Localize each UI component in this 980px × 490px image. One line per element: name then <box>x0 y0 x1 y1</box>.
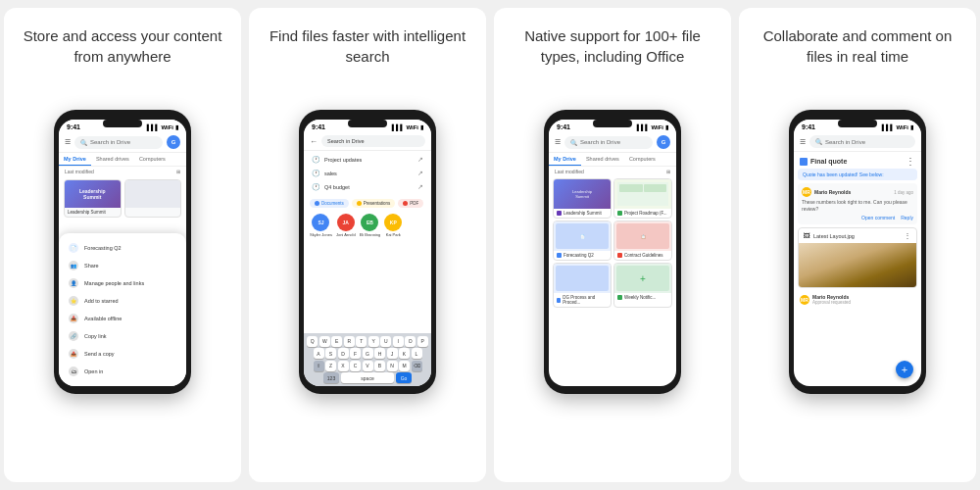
key-go[interactable]: Go <box>396 372 412 383</box>
hamburger-icon-4[interactable]: ☰ <box>800 138 806 146</box>
file-forecasting[interactable]: 📄 Forecasting Q2 <box>553 220 612 261</box>
chip-pdf[interactable]: PDF <box>398 199 423 208</box>
search-bar[interactable]: 🔍 Search in Drive <box>74 136 163 149</box>
result-text-3: Q4 budget <box>324 184 350 190</box>
key-space[interactable]: space <box>341 372 394 383</box>
kb-row-3: ⇧ Z X C V B N M ⌫ <box>306 361 429 371</box>
panel1-title: Store and access your content from anywh… <box>14 25 231 96</box>
person-skyler[interactable]: SJ Skyler Jones <box>310 214 332 237</box>
grid-view-icon[interactable]: ⊞ <box>176 169 180 174</box>
menu-label-offline: Available offline <box>84 316 122 321</box>
search-result-1[interactable]: 🕐 Project updates ↗ <box>304 153 431 167</box>
img-more-icon[interactable]: ⋮ <box>904 231 911 240</box>
key-g[interactable]: G <box>363 348 373 359</box>
key-q[interactable]: Q <box>307 336 318 347</box>
tab-shared-drives[interactable]: Shared drives <box>91 153 134 166</box>
second-comment-info: Mario Reynolds Approval requested <box>812 294 915 305</box>
reply-button[interactable]: Reply <box>901 215 913 220</box>
search-input[interactable]: Search in Drive <box>321 135 425 147</box>
key-e[interactable]: E <box>331 336 342 347</box>
open-comment-button[interactable]: Open comment <box>861 215 895 220</box>
key-s[interactable]: S <box>325 348 336 359</box>
phone-notch-3 <box>593 120 632 127</box>
panel3-phone-wrapper: 9:41 ▌▌▌ WiFi ▮ ☰ 🔍 Search in Drive G <box>540 110 685 472</box>
approval-text: Approval requested <box>812 300 915 305</box>
search-bar-4[interactable]: 🔍 Search in Drive <box>809 135 915 148</box>
file-weekly[interactable]: + Weekly Notific... <box>613 263 672 308</box>
file-project-roadmap[interactable]: Project Roadmap (F... <box>613 178 672 219</box>
type-dot-3 <box>557 253 562 258</box>
key-123[interactable]: 123 <box>323 372 339 383</box>
search-result-3[interactable]: 🕐 Q4 budget ↗ <box>304 180 431 194</box>
key-f[interactable]: F <box>350 348 361 359</box>
menu-label-send-copy: Send a copy <box>84 351 115 357</box>
key-d[interactable]: D <box>338 348 349 359</box>
key-h[interactable]: H <box>374 348 385 359</box>
search-result-2[interactable]: 🕐 sales ↗ <box>304 167 431 180</box>
key-k[interactable]: K <box>399 348 410 359</box>
user-avatar[interactable]: G <box>167 135 180 149</box>
key-y[interactable]: Y <box>368 336 379 347</box>
search-text: Search in Drive <box>90 139 130 145</box>
arrow-icon-1: ↗ <box>417 156 423 164</box>
more-options-icon[interactable]: ⋮ <box>906 156 915 167</box>
person-kai[interactable]: KP Kai Park <box>384 214 402 237</box>
hamburger-icon[interactable]: ☰ <box>65 138 71 146</box>
fab-button[interactable]: + <box>896 361 913 378</box>
file-leadership-summit[interactable]: LeadershipSummit Leadership Summit <box>553 178 612 219</box>
search-bar-3[interactable]: 🔍 Search in Drive <box>564 136 653 149</box>
key-l[interactable]: L <box>412 348 422 359</box>
file-dg-process[interactable]: DG Process and Proced... <box>553 263 612 308</box>
tab-shared-drives-3[interactable]: Shared drives <box>581 153 624 166</box>
key-c[interactable]: C <box>350 361 361 371</box>
tab-my-drive-3[interactable]: My Drive <box>549 153 581 166</box>
key-j[interactable]: J <box>387 348 398 359</box>
key-i[interactable]: I <box>393 336 404 347</box>
key-o[interactable]: O <box>405 336 416 347</box>
file-contract[interactable]: 📋 Contract Guidelines <box>613 220 672 261</box>
user-avatar-3[interactable]: G <box>657 135 670 149</box>
file-card-leadership[interactable]: LeadershipSummit Leadership Summit <box>64 179 122 218</box>
chip-documents[interactable]: Documents <box>310 199 349 208</box>
menu-item-copy-link[interactable]: 🔗 Copy link <box>59 327 186 345</box>
person-joni[interactable]: JA Joni Arnold <box>336 214 356 237</box>
menu-item-manage[interactable]: 👤 Manage people and links <box>59 274 186 292</box>
tab-computers-3[interactable]: Computers <box>624 153 661 166</box>
menu-item-share[interactable]: 👥 Share <box>59 257 186 274</box>
label-forecasting: Forecasting Q2 <box>554 251 611 260</box>
file-card-blank[interactable] <box>124 179 182 218</box>
key-n[interactable]: N <box>387 361 398 371</box>
key-w[interactable]: W <box>319 336 330 347</box>
key-x[interactable]: X <box>338 361 349 371</box>
key-shift[interactable]: ⇧ <box>314 361 324 371</box>
hamburger-icon-3[interactable]: ☰ <box>555 138 561 146</box>
panel4-phone: 9:41 ▌▌▌ WiFi ▮ ☰ 🔍 Search in Drive <box>789 110 926 394</box>
key-backspace[interactable]: ⌫ <box>412 361 422 371</box>
key-r[interactable]: R <box>344 336 355 347</box>
grid-view-icon-3[interactable]: ⊞ <box>666 169 670 174</box>
key-a[interactable]: A <box>314 348 324 359</box>
chip-presentations[interactable]: Presentations <box>352 199 396 208</box>
menu-item-send-copy[interactable]: 📤 Send a copy <box>59 345 186 363</box>
image-file-card[interactable]: 🖼 Latest Layout.jpg ⋮ <box>798 227 917 288</box>
status-icons: ▌▌▌ WiFi ▮ <box>147 123 178 130</box>
menu-item-offline[interactable]: 📥 Available offline <box>59 310 186 327</box>
key-m[interactable]: M <box>399 361 410 371</box>
comment-text: These numbers look right to me. Can you … <box>802 199 913 213</box>
person-eli[interactable]: EB Eli Branning <box>360 214 381 237</box>
key-p[interactable]: P <box>417 336 428 347</box>
menu-item-starred[interactable]: ⭐ Add to starred <box>59 292 186 310</box>
tab-my-drive[interactable]: My Drive <box>59 153 91 166</box>
time-4: 9:41 <box>802 123 815 130</box>
key-z[interactable]: Z <box>325 361 336 371</box>
preview-forecasting: 📄 <box>554 221 611 251</box>
menu-item-open-in[interactable]: 🗂 Open in <box>59 363 186 380</box>
key-v[interactable]: V <box>363 361 373 371</box>
key-u[interactable]: U <box>380 336 391 347</box>
key-t[interactable]: T <box>356 336 367 347</box>
clock-icon-2: 🕐 <box>312 170 320 177</box>
key-b[interactable]: B <box>374 361 385 371</box>
menu-item-forecasting[interactable]: 📄 Forecasting Q2 <box>59 239 186 257</box>
back-icon[interactable]: ← <box>310 137 318 146</box>
tab-computers[interactable]: Computers <box>134 153 171 166</box>
